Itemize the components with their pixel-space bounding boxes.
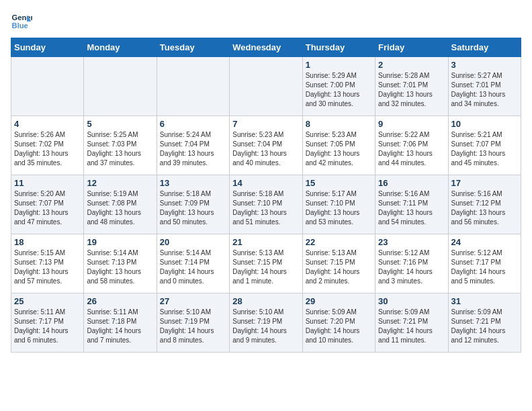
day-number: 31 [451, 296, 518, 306]
calendar-cell: 18Sunrise: 5:15 AMSunset: 7:13 PMDayligh… [11, 234, 84, 293]
calendar-cell: 7Sunrise: 5:23 AMSunset: 7:04 PMDaylight… [230, 116, 302, 175]
day-info: Sunrise: 5:09 AMSunset: 7:21 PMDaylight:… [378, 308, 445, 345]
day-info: Sunrise: 5:24 AMSunset: 7:04 PMDaylight:… [160, 130, 226, 168]
calendar-week-row: 1Sunrise: 5:29 AMSunset: 7:00 PMDaylight… [11, 57, 521, 116]
day-info: Sunrise: 5:14 AMSunset: 7:13 PMDaylight:… [87, 248, 153, 286]
day-number: 28 [232, 296, 299, 306]
calendar-cell: 19Sunrise: 5:14 AMSunset: 7:13 PMDayligh… [84, 234, 157, 293]
day-number: 7 [232, 119, 299, 129]
day-number: 30 [378, 296, 445, 306]
calendar-cell: 16Sunrise: 5:16 AMSunset: 7:11 PMDayligh… [375, 175, 448, 234]
day-number: 10 [451, 119, 518, 129]
calendar-cell: 2Sunrise: 5:28 AMSunset: 7:01 PMDaylight… [375, 57, 448, 116]
calendar-table: SundayMondayTuesdayWednesdayThursdayFrid… [11, 38, 521, 353]
day-info: Sunrise: 5:09 AMSunset: 7:21 PMDaylight:… [451, 308, 518, 345]
day-info: Sunrise: 5:22 AMSunset: 7:06 PMDaylight:… [378, 130, 445, 168]
day-number: 16 [378, 178, 445, 188]
day-number: 1 [306, 60, 372, 70]
weekday-header-row: SundayMondayTuesdayWednesdayThursdayFrid… [11, 38, 521, 57]
day-number: 5 [87, 119, 153, 129]
logo: General Blue [11, 11, 35, 32]
day-info: Sunrise: 5:11 AMSunset: 7:17 PMDaylight:… [14, 308, 81, 345]
calendar-week-row: 18Sunrise: 5:15 AMSunset: 7:13 PMDayligh… [11, 234, 521, 293]
calendar-cell: 17Sunrise: 5:16 AMSunset: 7:12 PMDayligh… [448, 175, 521, 234]
calendar-cell: 30Sunrise: 5:09 AMSunset: 7:21 PMDayligh… [375, 293, 448, 353]
calendar-cell [11, 57, 84, 116]
day-info: Sunrise: 5:28 AMSunset: 7:01 PMDaylight:… [378, 71, 445, 109]
day-info: Sunrise: 5:26 AMSunset: 7:02 PMDaylight:… [14, 130, 81, 168]
calendar-cell: 6Sunrise: 5:24 AMSunset: 7:04 PMDaylight… [157, 116, 229, 175]
calendar-cell: 22Sunrise: 5:13 AMSunset: 7:15 PMDayligh… [302, 234, 375, 293]
day-info: Sunrise: 5:21 AMSunset: 7:07 PMDaylight:… [451, 130, 518, 168]
day-number: 23 [378, 237, 445, 247]
day-number: 29 [306, 296, 372, 306]
day-info: Sunrise: 5:12 AMSunset: 7:17 PMDaylight:… [451, 248, 518, 286]
day-number: 18 [14, 237, 81, 247]
calendar-cell: 26Sunrise: 5:11 AMSunset: 7:18 PMDayligh… [84, 293, 157, 353]
day-info: Sunrise: 5:10 AMSunset: 7:19 PMDaylight:… [160, 308, 226, 345]
day-info: Sunrise: 5:18 AMSunset: 7:09 PMDaylight:… [160, 189, 226, 227]
logo-icon: General Blue [11, 11, 32, 32]
calendar-cell: 20Sunrise: 5:14 AMSunset: 7:14 PMDayligh… [157, 234, 229, 293]
calendar-cell: 23Sunrise: 5:12 AMSunset: 7:16 PMDayligh… [375, 234, 448, 293]
day-number: 12 [87, 178, 153, 188]
calendar-cell: 15Sunrise: 5:17 AMSunset: 7:10 PMDayligh… [302, 175, 375, 234]
day-number: 19 [87, 237, 153, 247]
day-number: 15 [306, 178, 372, 188]
calendar-cell: 27Sunrise: 5:10 AMSunset: 7:19 PMDayligh… [157, 293, 229, 353]
day-number: 3 [451, 60, 518, 70]
day-number: 20 [160, 237, 226, 247]
day-info: Sunrise: 5:16 AMSunset: 7:11 PMDaylight:… [378, 189, 445, 227]
day-info: Sunrise: 5:14 AMSunset: 7:14 PMDaylight:… [160, 248, 226, 286]
calendar-cell: 9Sunrise: 5:22 AMSunset: 7:06 PMDaylight… [375, 116, 448, 175]
day-number: 27 [160, 296, 226, 306]
calendar-cell: 21Sunrise: 5:13 AMSunset: 7:15 PMDayligh… [230, 234, 302, 293]
calendar-cell: 28Sunrise: 5:10 AMSunset: 7:19 PMDayligh… [230, 293, 302, 353]
day-info: Sunrise: 5:13 AMSunset: 7:15 PMDaylight:… [306, 248, 372, 286]
day-number: 6 [160, 119, 226, 129]
page-header: General Blue [11, 11, 521, 32]
calendar-cell: 13Sunrise: 5:18 AMSunset: 7:09 PMDayligh… [157, 175, 229, 234]
weekday-header-tuesday: Tuesday [157, 38, 229, 57]
calendar-cell: 3Sunrise: 5:27 AMSunset: 7:01 PMDaylight… [448, 57, 521, 116]
calendar-cell [84, 57, 157, 116]
day-number: 4 [14, 119, 81, 129]
calendar-cell: 14Sunrise: 5:18 AMSunset: 7:10 PMDayligh… [230, 175, 302, 234]
calendar-week-row: 11Sunrise: 5:20 AMSunset: 7:07 PMDayligh… [11, 175, 521, 234]
weekday-header-monday: Monday [84, 38, 157, 57]
day-info: Sunrise: 5:16 AMSunset: 7:12 PMDaylight:… [451, 189, 518, 227]
day-info: Sunrise: 5:19 AMSunset: 7:08 PMDaylight:… [87, 189, 153, 227]
day-info: Sunrise: 5:12 AMSunset: 7:16 PMDaylight:… [378, 248, 445, 286]
calendar-cell: 8Sunrise: 5:23 AMSunset: 7:05 PMDaylight… [302, 116, 375, 175]
day-number: 17 [451, 178, 518, 188]
day-info: Sunrise: 5:20 AMSunset: 7:07 PMDaylight:… [14, 189, 81, 227]
day-number: 25 [14, 296, 81, 306]
calendar-cell: 10Sunrise: 5:21 AMSunset: 7:07 PMDayligh… [448, 116, 521, 175]
weekday-header-sunday: Sunday [11, 38, 84, 57]
day-info: Sunrise: 5:13 AMSunset: 7:15 PMDaylight:… [232, 248, 299, 286]
calendar-cell: 5Sunrise: 5:25 AMSunset: 7:03 PMDaylight… [84, 116, 157, 175]
calendar-week-row: 4Sunrise: 5:26 AMSunset: 7:02 PMDaylight… [11, 116, 521, 175]
calendar-cell: 1Sunrise: 5:29 AMSunset: 7:00 PMDaylight… [302, 57, 375, 116]
day-number: 11 [14, 178, 81, 188]
day-info: Sunrise: 5:15 AMSunset: 7:13 PMDaylight:… [14, 248, 81, 286]
day-number: 22 [306, 237, 372, 247]
weekday-header-saturday: Saturday [448, 38, 521, 57]
day-info: Sunrise: 5:10 AMSunset: 7:19 PMDaylight:… [232, 308, 299, 345]
day-number: 14 [232, 178, 299, 188]
day-number: 8 [306, 119, 372, 129]
calendar-cell: 11Sunrise: 5:20 AMSunset: 7:07 PMDayligh… [11, 175, 84, 234]
svg-text:Blue: Blue [12, 21, 28, 30]
weekday-header-thursday: Thursday [302, 38, 375, 57]
calendar-cell: 12Sunrise: 5:19 AMSunset: 7:08 PMDayligh… [84, 175, 157, 234]
day-number: 13 [160, 178, 226, 188]
day-info: Sunrise: 5:17 AMSunset: 7:10 PMDaylight:… [306, 189, 372, 227]
day-info: Sunrise: 5:23 AMSunset: 7:05 PMDaylight:… [306, 130, 372, 168]
calendar-cell [157, 57, 229, 116]
day-info: Sunrise: 5:18 AMSunset: 7:10 PMDaylight:… [232, 189, 299, 227]
calendar-cell [230, 57, 302, 116]
day-info: Sunrise: 5:27 AMSunset: 7:01 PMDaylight:… [451, 71, 518, 109]
day-number: 2 [378, 60, 445, 70]
calendar-cell: 25Sunrise: 5:11 AMSunset: 7:17 PMDayligh… [11, 293, 84, 353]
day-number: 24 [451, 237, 518, 247]
